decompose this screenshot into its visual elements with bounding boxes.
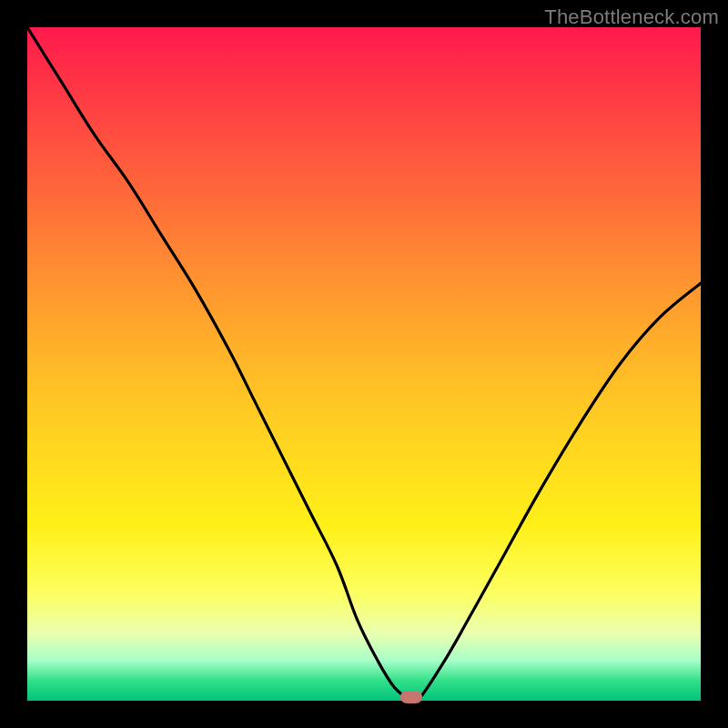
plot-area bbox=[27, 27, 701, 701]
watermark-text: TheBottleneck.com bbox=[544, 5, 719, 29]
chart-stage: TheBottleneck.com bbox=[0, 0, 728, 728]
optimal-marker bbox=[400, 691, 422, 703]
curve-svg bbox=[27, 27, 701, 701]
bottleneck-curve bbox=[27, 27, 701, 701]
